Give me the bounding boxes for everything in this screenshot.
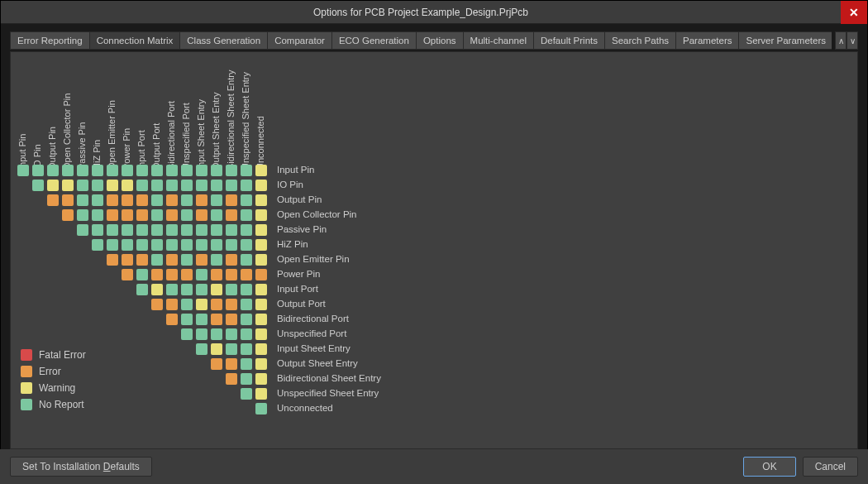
matrix-cell[interactable] (255, 403, 267, 415)
matrix-cell[interactable] (226, 328, 237, 340)
matrix-cell[interactable] (166, 165, 178, 176)
matrix-cell[interactable] (122, 180, 133, 191)
matrix-cell[interactable] (136, 239, 148, 251)
matrix-cell[interactable] (62, 209, 74, 221)
matrix-cell[interactable] (196, 328, 207, 340)
matrix-cell[interactable] (107, 224, 118, 236)
matrix-cell[interactable] (255, 358, 267, 370)
matrix-cell[interactable] (92, 209, 103, 221)
matrix-cell[interactable] (211, 239, 222, 251)
matrix-cell[interactable] (151, 254, 163, 266)
matrix-cell[interactable] (181, 314, 193, 325)
matrix-cell[interactable] (241, 254, 252, 266)
tab-multi-channel[interactable]: Multi-channel (463, 31, 533, 50)
matrix-cell[interactable] (181, 209, 193, 221)
matrix-cell[interactable] (122, 269, 133, 280)
matrix-cell[interactable] (226, 254, 237, 266)
matrix-cell[interactable] (122, 224, 133, 236)
matrix-cell[interactable] (166, 254, 178, 266)
matrix-cell[interactable] (241, 358, 252, 370)
matrix-cell[interactable] (17, 165, 29, 176)
tab-class-generation[interactable]: Class Generation (179, 31, 267, 50)
matrix-cell[interactable] (136, 165, 148, 176)
matrix-cell[interactable] (226, 239, 237, 251)
matrix-cell[interactable] (151, 299, 163, 310)
matrix-cell[interactable] (211, 180, 222, 191)
matrix-cell[interactable] (241, 165, 252, 176)
matrix-cell[interactable] (151, 165, 163, 176)
matrix-cell[interactable] (181, 328, 193, 340)
matrix-cell[interactable] (241, 343, 252, 355)
matrix-cell[interactable] (255, 209, 267, 221)
matrix-cell[interactable] (196, 343, 207, 355)
matrix-cell[interactable] (151, 194, 163, 206)
matrix-cell[interactable] (122, 209, 133, 221)
matrix-cell[interactable] (181, 165, 193, 176)
matrix-cell[interactable] (32, 165, 44, 176)
matrix-cell[interactable] (211, 165, 222, 176)
matrix-cell[interactable] (196, 209, 207, 221)
tab-parameters[interactable]: Parameters (675, 31, 738, 50)
matrix-cell[interactable] (211, 224, 222, 236)
matrix-cell[interactable] (196, 284, 207, 295)
matrix-cell[interactable] (226, 194, 237, 206)
matrix-cell[interactable] (151, 269, 163, 280)
matrix-cell[interactable] (166, 269, 178, 280)
matrix-cell[interactable] (196, 224, 207, 236)
matrix-cell[interactable] (181, 239, 193, 251)
matrix-cell[interactable] (166, 299, 178, 310)
matrix-cell[interactable] (151, 239, 163, 251)
matrix-cell[interactable] (136, 180, 148, 191)
matrix-cell[interactable] (241, 180, 252, 191)
matrix-cell[interactable] (32, 180, 44, 191)
tab-comparator[interactable]: Comparator (267, 31, 331, 50)
matrix-cell[interactable] (181, 299, 193, 310)
matrix-cell[interactable] (47, 194, 59, 206)
matrix-cell[interactable] (62, 194, 74, 206)
matrix-cell[interactable] (77, 165, 88, 176)
matrix-cell[interactable] (77, 180, 88, 191)
matrix-cell[interactable] (196, 254, 207, 266)
matrix-cell[interactable] (136, 194, 148, 206)
matrix-cell[interactable] (226, 314, 237, 325)
matrix-cell[interactable] (226, 165, 237, 176)
matrix-cell[interactable] (107, 209, 118, 221)
matrix-cell[interactable] (166, 284, 178, 295)
set-defaults-button[interactable]: Set To Installation Defaults (10, 457, 152, 477)
tab-search-paths[interactable]: Search Paths (604, 31, 675, 50)
matrix-cell[interactable] (107, 254, 118, 266)
matrix-cell[interactable] (255, 269, 267, 280)
matrix-cell[interactable] (166, 314, 178, 325)
matrix-cell[interactable] (92, 194, 103, 206)
matrix-cell[interactable] (255, 284, 267, 295)
matrix-cell[interactable] (62, 180, 74, 191)
matrix-cell[interactable] (77, 224, 88, 236)
matrix-cell[interactable] (241, 239, 252, 251)
tab-options[interactable]: Options (416, 31, 463, 50)
close-button[interactable]: ✕ (841, 1, 867, 24)
matrix-cell[interactable] (211, 269, 222, 280)
matrix-cell[interactable] (211, 358, 222, 370)
matrix-cell[interactable] (166, 239, 178, 251)
matrix-cell[interactable] (107, 165, 118, 176)
matrix-cell[interactable] (226, 299, 237, 310)
tab-eco-generation[interactable]: ECO Generation (331, 31, 416, 50)
matrix-cell[interactable] (255, 388, 267, 400)
matrix-cell[interactable] (122, 239, 133, 251)
matrix-cell[interactable] (181, 269, 193, 280)
matrix-cell[interactable] (196, 239, 207, 251)
matrix-cell[interactable] (166, 194, 178, 206)
matrix-cell[interactable] (211, 299, 222, 310)
matrix-cell[interactable] (151, 209, 163, 221)
matrix-cell[interactable] (151, 180, 163, 191)
matrix-cell[interactable] (62, 165, 74, 176)
matrix-cell[interactable] (211, 328, 222, 340)
matrix-cell[interactable] (226, 284, 237, 295)
matrix-cell[interactable] (211, 284, 222, 295)
matrix-cell[interactable] (226, 373, 237, 385)
matrix-cell[interactable] (241, 194, 252, 206)
matrix-cell[interactable] (211, 254, 222, 266)
matrix-cell[interactable] (255, 180, 267, 191)
matrix-cell[interactable] (211, 209, 222, 221)
matrix-cell[interactable] (136, 284, 148, 295)
